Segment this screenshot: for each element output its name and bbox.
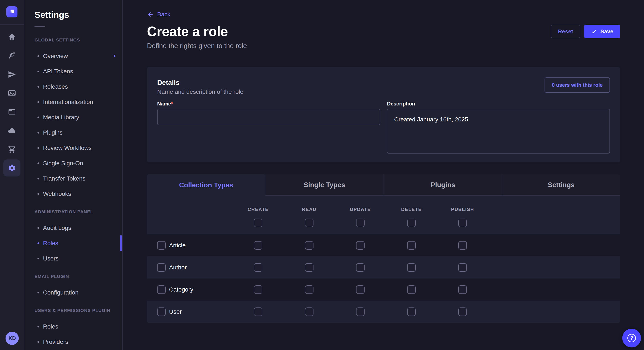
- nav-item-label: Media Library: [43, 113, 79, 122]
- select-all-update-checkbox[interactable]: [356, 219, 364, 227]
- row-select-checkbox-user[interactable]: [157, 308, 166, 316]
- rail-item-media-library[interactable]: [4, 85, 20, 102]
- save-button[interactable]: Save: [584, 25, 620, 38]
- page-subtitle: Define the rights given to the role: [147, 41, 247, 50]
- sidebar-item-audit-logs[interactable]: Audit Logs: [24, 220, 122, 236]
- layout-icon: [8, 108, 16, 116]
- back-link[interactable]: Back: [147, 10, 177, 19]
- name-input[interactable]: [157, 109, 380, 125]
- nav-item-label: Webhooks: [43, 190, 71, 198]
- article-update-checkbox[interactable]: [356, 241, 364, 250]
- sidebar-item-releases[interactable]: Releases: [24, 79, 122, 94]
- main-content: Back Create a role Define the rights giv…: [123, 0, 644, 350]
- strapi-admin-app: KD Settings GLOBAL SETTINGSOverviewAPI T…: [0, 0, 644, 350]
- nav-item-label: Releases: [43, 82, 68, 91]
- category-create-checkbox[interactable]: [254, 285, 262, 294]
- rail-item-cloud[interactable]: [4, 122, 20, 139]
- author-update-checkbox[interactable]: [356, 263, 364, 272]
- avatar[interactable]: KD: [6, 332, 19, 345]
- user-publish-checkbox[interactable]: [458, 308, 467, 316]
- tab-plugins[interactable]: Plugins: [384, 174, 502, 196]
- bullet-icon: [38, 292, 39, 293]
- rail-item-releases[interactable]: [4, 66, 20, 83]
- category-delete-checkbox[interactable]: [407, 285, 416, 294]
- select-all-create-checkbox[interactable]: [254, 219, 262, 227]
- sidebar-item-roles[interactable]: Roles: [24, 319, 122, 334]
- article-publish-checkbox[interactable]: [458, 241, 467, 250]
- author-read-checkbox[interactable]: [305, 263, 314, 272]
- user-delete-checkbox[interactable]: [407, 308, 416, 316]
- tab-settings[interactable]: Settings: [502, 174, 620, 196]
- select-all-delete-checkbox[interactable]: [407, 219, 416, 227]
- settings-nav: Settings GLOBAL SETTINGSOverviewAPI Toke…: [24, 0, 123, 350]
- user-update-checkbox[interactable]: [356, 308, 364, 316]
- permission-row-article: Article: [147, 234, 620, 256]
- nav-section: GLOBAL SETTINGSOverviewAPI TokensRelease…: [24, 37, 122, 201]
- name-label: Name*: [157, 100, 380, 107]
- rail-item-content-type-builder[interactable]: [4, 103, 20, 120]
- strapi-logo-icon: [8, 8, 16, 15]
- user-create-checkbox[interactable]: [254, 308, 262, 316]
- sidebar-item-configuration[interactable]: Configuration: [24, 285, 122, 300]
- check-icon: [591, 28, 597, 34]
- sidebar-item-users[interactable]: Users: [24, 251, 122, 266]
- bullet-icon: [38, 227, 39, 229]
- sidebar-item-webhooks[interactable]: Webhooks: [24, 186, 122, 201]
- bullet-icon: [38, 117, 39, 118]
- paper-plane-icon: [8, 70, 16, 79]
- sidebar-item-api-tokens[interactable]: API Tokens: [24, 64, 122, 79]
- select-all-publish-checkbox[interactable]: [458, 219, 467, 227]
- author-delete-checkbox[interactable]: [407, 263, 416, 272]
- sidebar-item-roles[interactable]: Roles: [24, 236, 122, 251]
- user-read-checkbox[interactable]: [305, 308, 314, 316]
- rail-item-marketplace[interactable]: [4, 141, 20, 158]
- article-read-checkbox[interactable]: [305, 241, 314, 250]
- scrollbar-thumb[interactable]: [120, 235, 122, 251]
- main-nav-rail: KD: [0, 0, 24, 350]
- category-update-checkbox[interactable]: [356, 285, 364, 294]
- sidebar-item-internationalization[interactable]: Internationalization: [24, 94, 122, 110]
- description-label: Description: [387, 100, 610, 107]
- bullet-icon: [38, 147, 39, 149]
- tab-collection-types[interactable]: Collection Types: [147, 174, 265, 196]
- help-button[interactable]: ?: [622, 329, 641, 348]
- sidebar-item-single-sign-on[interactable]: Single Sign-On: [24, 156, 122, 171]
- select-all-read-checkbox[interactable]: [305, 219, 314, 227]
- reset-button[interactable]: Reset: [551, 25, 580, 38]
- tab-single-types[interactable]: Single Types: [265, 174, 384, 196]
- permissions-tabs: Collection TypesSingle TypesPluginsSetti…: [147, 174, 620, 196]
- users-with-role-button[interactable]: 0 users with this role: [544, 77, 610, 93]
- row-select-checkbox-author[interactable]: [157, 263, 166, 272]
- bullet-icon: [38, 178, 39, 179]
- bullet-icon: [38, 193, 39, 195]
- nav-item-label: Providers: [43, 338, 68, 346]
- category-read-checkbox[interactable]: [305, 285, 314, 294]
- author-publish-checkbox[interactable]: [458, 263, 467, 272]
- details-card: Details Name and description of the role…: [147, 67, 620, 162]
- row-select-checkbox-category[interactable]: [157, 285, 166, 294]
- rail-item-content-manager[interactable]: [4, 47, 20, 64]
- row-select-checkbox-article[interactable]: [157, 241, 166, 250]
- rail-item-settings[interactable]: [4, 160, 20, 176]
- bullet-icon: [38, 132, 39, 134]
- sidebar-item-plugins[interactable]: Plugins: [24, 125, 122, 140]
- nav-section-label: ADMINISTRATION PANEL: [34, 208, 122, 215]
- sidebar-item-media-library[interactable]: Media Library: [24, 110, 122, 125]
- description-textarea[interactable]: [387, 109, 610, 154]
- article-delete-checkbox[interactable]: [407, 241, 416, 250]
- bullet-icon: [38, 326, 39, 328]
- sidebar-item-overview[interactable]: Overview: [24, 48, 122, 64]
- author-create-checkbox[interactable]: [254, 263, 262, 272]
- article-create-checkbox[interactable]: [254, 241, 262, 250]
- details-title: Details: [157, 77, 610, 88]
- sidebar-item-providers[interactable]: Providers: [24, 334, 122, 350]
- details-subtitle: Name and description of the role: [157, 88, 610, 96]
- sidebar-item-transfer-tokens[interactable]: Transfer Tokens: [24, 171, 122, 186]
- nav-section: USERS & PERMISSIONS PLUGINRolesProviders: [24, 307, 122, 350]
- permissions-card: Collection TypesSingle TypesPluginsSetti…: [147, 174, 620, 323]
- rail-item-home[interactable]: [4, 28, 20, 45]
- home-icon: [8, 33, 16, 41]
- category-publish-checkbox[interactable]: [458, 285, 467, 294]
- sidebar-item-review-workflows[interactable]: Review Workflows: [24, 140, 122, 156]
- strapi-logo[interactable]: [6, 6, 18, 17]
